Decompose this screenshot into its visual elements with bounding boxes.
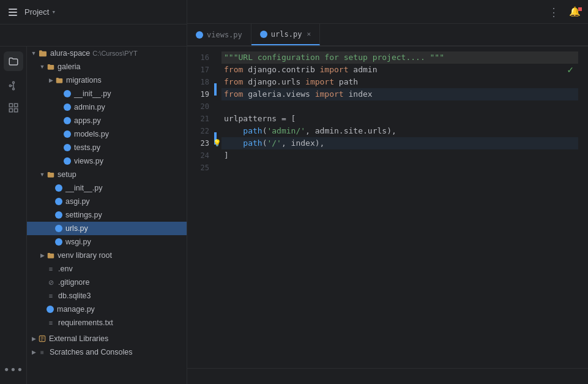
hamburger-icon[interactable]	[6, 6, 20, 18]
folder-icon	[55, 76, 64, 85]
folder-icon	[47, 62, 55, 71]
tree-item-init-galeria[interactable]: __init__.py	[27, 87, 187, 100]
notification-bell[interactable]: 🔔	[564, 6, 586, 17]
tree-item-db[interactable]: ≡ db.sqlite3	[27, 289, 187, 303]
python-file-icon	[64, 157, 71, 165]
python-file-icon	[64, 117, 71, 124]
project-label: Project	[24, 7, 49, 17]
models-label: models.py	[74, 130, 109, 138]
galeria-label: galeria	[58, 62, 81, 71]
code-line-19: from galeria.views import index	[221, 88, 578, 100]
urls-label: urls.py	[65, 224, 88, 233]
code-line-18: from django.urls import path	[221, 76, 578, 88]
code-line-25	[221, 162, 578, 174]
manage-label: manage.py	[57, 305, 95, 314]
chevron-right-icon: ▶	[29, 336, 38, 342]
wsgi-label: wsgi.py	[65, 238, 91, 246]
editor-status-bar	[187, 368, 588, 384]
python-file-icon	[64, 104, 71, 111]
tree-item-settings[interactable]: settings.py	[27, 208, 187, 222]
admin-label: admin.py	[74, 103, 105, 111]
tree-item-galeria[interactable]: ▼ galeria	[27, 60, 187, 73]
python-icon	[260, 31, 267, 38]
requirements-label: requirements.txt	[58, 318, 113, 327]
tree-item-venv[interactable]: ▶ venv library root	[27, 249, 187, 262]
code-line-17: from django.contrib import admin	[221, 64, 578, 76]
python-file-icon	[55, 198, 62, 205]
code-line-24: ]	[221, 149, 578, 162]
settings-label: settings.py	[65, 211, 102, 219]
chevron-right-icon: ▶	[47, 77, 55, 83]
activity-folder[interactable]	[4, 51, 23, 71]
tree-item-migrations[interactable]: ▶ migrations	[27, 73, 187, 87]
env-label: .env	[58, 265, 73, 273]
tree-item-views[interactable]: views.py	[27, 154, 187, 168]
tree-item-requirements[interactable]: ≡ requirements.txt	[27, 316, 187, 329]
svg-rect-3	[9, 104, 12, 107]
init-galeria-label: __init__.py	[74, 89, 111, 98]
code-editor[interactable]: 16 17 18 19 20 21 22 23 24 25	[187, 47, 588, 368]
activity-more[interactable]: •••	[4, 360, 23, 379]
code-line-16: """URL configuration for setup project..…	[221, 51, 578, 64]
python-file-icon	[64, 90, 71, 97]
bulb-icon[interactable]: 💡	[213, 137, 221, 149]
library-icon	[38, 334, 47, 343]
chevron-right-icon: ▶	[29, 349, 38, 355]
alura-space-path: C:\Cursos\PYT	[92, 50, 137, 57]
tree-item-alura-space[interactable]: ▼ alura-space C:\Cursos\PYT	[27, 47, 187, 60]
python-file-icon	[55, 238, 62, 246]
tree-item-gitignore[interactable]: ⊘ .gitignore	[27, 276, 187, 289]
tree-item-admin[interactable]: admin.py	[27, 100, 187, 114]
chevron-right-icon: ▶	[38, 252, 47, 258]
chevron-down-icon: ▼	[29, 50, 38, 56]
editor-area: 16 17 18 19 20 21 22 23 24 25	[187, 47, 588, 384]
tree-item-setup[interactable]: ▼ setup	[27, 168, 187, 181]
scratches-label: Scratches and Consoles	[50, 348, 133, 356]
tree-item-asgi[interactable]: asgi.py	[27, 195, 187, 208]
folder-icon	[47, 251, 55, 260]
line-numbers: 16 17 18 19 20 21 22 23 24 25	[187, 47, 214, 368]
folder-icon	[38, 48, 48, 58]
tree-item-wsgi[interactable]: wsgi.py	[27, 235, 187, 249]
python-file-icon	[64, 130, 71, 138]
code-line-21: urlpatterns = [	[221, 113, 578, 125]
tests-label: tests.py	[74, 143, 100, 152]
scrollbar-gutter	[583, 47, 588, 368]
tree-item-tests[interactable]: tests.py	[27, 141, 187, 154]
project-dropdown[interactable]: Project ▾	[24, 7, 56, 17]
venv-label: venv library root	[58, 251, 112, 260]
migrations-label: migrations	[66, 76, 102, 85]
tree-item-env[interactable]: ≡ .env	[27, 262, 187, 276]
gitignore-icon: ⊘	[47, 279, 55, 287]
python-file-icon	[55, 225, 62, 232]
chevron-down-icon: ▼	[38, 64, 47, 70]
tree-item-scratches[interactable]: ▶ ≡ Scratches and Consoles	[27, 345, 187, 359]
tree-item-manage[interactable]: manage.py	[27, 303, 187, 316]
tree-item-urls[interactable]: urls.py	[27, 222, 187, 235]
file-tree: ▼ alura-space C:\Cursos\PYT ▼ galeria ▶ …	[27, 47, 187, 384]
tab-urls-py[interactable]: urls.py ✕	[251, 24, 320, 45]
tree-item-models[interactable]: models.py	[27, 127, 187, 141]
init-setup-label: __init__.py	[65, 184, 102, 192]
views-label: views.py	[74, 157, 103, 165]
code-line-22: path('admin/', admin.site.urls),	[221, 125, 578, 137]
more-options-button[interactable]: ⋮	[543, 6, 564, 18]
activity-git[interactable]	[4, 76, 23, 96]
svg-point-0	[12, 81, 14, 83]
scratches-icon: ≡	[38, 349, 47, 356]
gitignore-label: .gitignore	[58, 278, 89, 287]
code-content[interactable]: ✓ """URL configuration for setup project…	[217, 47, 583, 368]
tree-item-external-libraries[interactable]: ▶ External Libraries	[27, 332, 187, 345]
svg-rect-4	[14, 104, 17, 107]
tree-item-init-setup[interactable]: __init__.py	[27, 181, 187, 195]
env-icon: ≡	[47, 265, 55, 273]
code-line-20	[221, 100, 578, 113]
urls-tab-label: urls.py	[271, 30, 302, 39]
tab-views-py[interactable]: views.py	[187, 24, 251, 45]
python-icon	[196, 31, 203, 39]
activity-apps[interactable]	[4, 98, 23, 118]
svg-point-2	[9, 85, 11, 87]
tree-item-apps[interactable]: apps.py	[27, 114, 187, 127]
code-line-23: 💡 path('/', index),	[221, 137, 578, 149]
close-tab-button[interactable]: ✕	[307, 30, 311, 38]
